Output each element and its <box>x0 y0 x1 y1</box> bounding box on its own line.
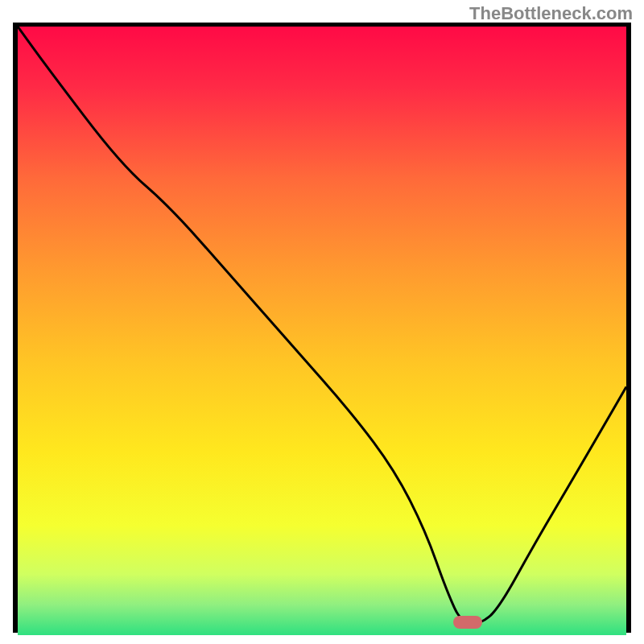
watermark-text: TheBottleneck.com <box>469 3 633 24</box>
chart-area <box>18 27 626 627</box>
optimal-marker <box>453 616 482 629</box>
bottleneck-curve <box>18 27 626 627</box>
chart-frame <box>13 23 631 633</box>
